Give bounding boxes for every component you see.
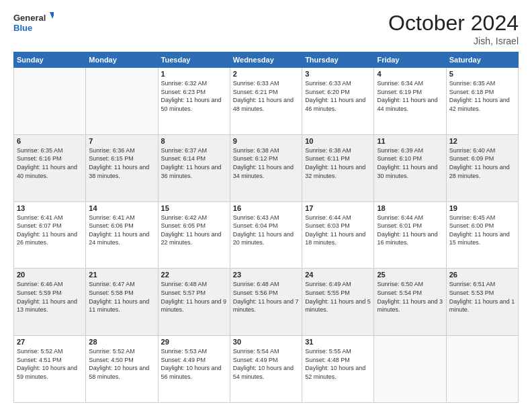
day-number: 12 [449, 137, 515, 145]
cell-1-7: 5 Sunrise: 6:35 AMSunset: 6:18 PMDayligh… [446, 68, 518, 135]
day-info: Sunrise: 6:38 AMSunset: 6:11 PMDaylight:… [305, 146, 371, 180]
day-number: 13 [17, 204, 83, 212]
cell-5-6 [374, 336, 446, 403]
day-info: Sunrise: 6:37 AMSunset: 6:14 PMDaylight:… [161, 146, 227, 180]
day-number: 15 [161, 204, 227, 212]
day-info: Sunrise: 6:51 AMSunset: 5:53 PMDaylight:… [449, 280, 515, 314]
cell-1-2 [86, 68, 158, 135]
cell-2-1: 6 Sunrise: 6:35 AMSunset: 6:16 PMDayligh… [14, 134, 86, 201]
day-number: 27 [17, 338, 83, 346]
day-number: 1 [161, 70, 227, 78]
day-info: Sunrise: 6:36 AMSunset: 6:15 PMDaylight:… [89, 146, 154, 180]
day-info: Sunrise: 6:40 AMSunset: 6:09 PMDaylight:… [449, 146, 515, 180]
day-info: Sunrise: 6:34 AMSunset: 6:19 PMDaylight:… [377, 79, 443, 113]
day-number: 30 [233, 338, 299, 346]
day-info: Sunrise: 6:33 AMSunset: 6:20 PMDaylight:… [305, 79, 371, 113]
cell-1-5: 3 Sunrise: 6:33 AMSunset: 6:20 PMDayligh… [302, 68, 374, 135]
day-info: Sunrise: 6:35 AMSunset: 6:16 PMDaylight:… [17, 146, 83, 180]
day-number: 10 [305, 137, 371, 145]
day-number: 2 [233, 70, 299, 78]
title-block: October 2024 Jish, Israel [388, 11, 519, 46]
day-info: Sunrise: 6:48 AMSunset: 5:56 PMDaylight:… [233, 280, 299, 314]
location: Jish, Israel [388, 36, 519, 46]
day-number: 24 [305, 271, 371, 279]
day-number: 14 [89, 204, 154, 212]
cell-3-5: 17 Sunrise: 6:44 AMSunset: 6:03 PMDaylig… [302, 201, 374, 269]
day-info: Sunrise: 6:39 AMSunset: 6:10 PMDaylight:… [377, 146, 443, 180]
day-number: 7 [89, 137, 154, 145]
day-info: Sunrise: 6:49 AMSunset: 5:55 PMDaylight:… [305, 280, 371, 314]
week-row-5: 27 Sunrise: 5:52 AMSunset: 4:51 PMDaylig… [14, 336, 519, 403]
day-info: Sunrise: 6:41 AMSunset: 6:07 PMDaylight:… [17, 214, 83, 247]
cell-2-7: 12 Sunrise: 6:40 AMSunset: 6:09 PMDaylig… [446, 134, 518, 201]
day-number: 31 [305, 338, 371, 346]
cell-3-3: 15 Sunrise: 6:42 AMSunset: 6:05 PMDaylig… [158, 201, 230, 269]
day-number: 28 [89, 338, 154, 346]
day-number: 20 [17, 271, 83, 279]
cell-1-4: 2 Sunrise: 6:33 AMSunset: 6:21 PMDayligh… [230, 68, 302, 135]
svg-marker-2 [50, 12, 54, 19]
cell-4-2: 21 Sunrise: 6:47 AMSunset: 5:58 PMDaylig… [86, 269, 158, 336]
cell-1-1 [14, 68, 86, 135]
day-number: 5 [449, 70, 515, 78]
day-info: Sunrise: 6:47 AMSunset: 5:58 PMDaylight:… [89, 280, 154, 314]
day-number: 19 [449, 204, 515, 212]
day-info: Sunrise: 6:50 AMSunset: 5:54 PMDaylight:… [377, 280, 443, 314]
cell-4-1: 20 Sunrise: 6:46 AMSunset: 5:59 PMDaylig… [14, 269, 86, 336]
cell-2-4: 9 Sunrise: 6:38 AMSunset: 6:12 PMDayligh… [230, 134, 302, 201]
cell-5-7 [446, 336, 518, 403]
day-info: Sunrise: 5:52 AMSunset: 4:50 PMDaylight:… [89, 347, 154, 381]
day-info: Sunrise: 5:54 AMSunset: 4:49 PMDaylight:… [233, 347, 299, 381]
day-info: Sunrise: 6:45 AMSunset: 6:00 PMDaylight:… [449, 214, 515, 247]
day-info: Sunrise: 6:38 AMSunset: 6:12 PMDaylight:… [233, 146, 299, 180]
cell-3-2: 14 Sunrise: 6:41 AMSunset: 6:06 PMDaylig… [86, 201, 158, 269]
week-row-1: 1 Sunrise: 6:32 AMSunset: 6:23 PMDayligh… [14, 68, 519, 135]
day-number: 29 [161, 338, 227, 346]
month-title: October 2024 [388, 11, 519, 36]
day-info: Sunrise: 6:35 AMSunset: 6:18 PMDaylight:… [449, 79, 515, 113]
day-info: Sunrise: 6:33 AMSunset: 6:21 PMDaylight:… [233, 79, 299, 113]
day-number: 6 [17, 137, 83, 145]
day-info: Sunrise: 6:44 AMSunset: 6:03 PMDaylight:… [305, 214, 371, 247]
cell-2-2: 7 Sunrise: 6:36 AMSunset: 6:15 PMDayligh… [86, 134, 158, 201]
day-number: 23 [233, 271, 299, 279]
day-number: 3 [305, 70, 371, 78]
header: General Blue October 2024 Jish, Israel [13, 11, 519, 46]
cell-5-2: 28 Sunrise: 5:52 AMSunset: 4:50 PMDaylig… [86, 336, 158, 403]
header-monday: Monday [86, 52, 158, 68]
week-row-3: 13 Sunrise: 6:41 AMSunset: 6:07 PMDaylig… [14, 201, 519, 269]
cell-4-6: 25 Sunrise: 6:50 AMSunset: 5:54 PMDaylig… [374, 269, 446, 336]
header-thursday: Thursday [302, 52, 374, 68]
week-row-4: 20 Sunrise: 6:46 AMSunset: 5:59 PMDaylig… [14, 269, 519, 336]
day-number: 4 [377, 70, 443, 78]
cell-4-3: 22 Sunrise: 6:48 AMSunset: 5:57 PMDaylig… [158, 269, 230, 336]
cell-4-4: 23 Sunrise: 6:48 AMSunset: 5:56 PMDaylig… [230, 269, 302, 336]
day-number: 16 [233, 204, 299, 212]
cell-5-1: 27 Sunrise: 5:52 AMSunset: 4:51 PMDaylig… [14, 336, 86, 403]
day-info: Sunrise: 6:42 AMSunset: 6:05 PMDaylight:… [161, 214, 227, 247]
logo: General Blue [13, 11, 54, 35]
header-sunday: Sunday [14, 52, 86, 68]
cell-1-3: 1 Sunrise: 6:32 AMSunset: 6:23 PMDayligh… [158, 68, 230, 135]
cell-5-4: 30 Sunrise: 5:54 AMSunset: 4:49 PMDaylig… [230, 336, 302, 403]
day-info: Sunrise: 5:55 AMSunset: 4:48 PMDaylight:… [305, 347, 371, 381]
cell-2-3: 8 Sunrise: 6:37 AMSunset: 6:14 PMDayligh… [158, 134, 230, 201]
cell-3-1: 13 Sunrise: 6:41 AMSunset: 6:07 PMDaylig… [14, 201, 86, 269]
day-number: 17 [305, 204, 371, 212]
logo-svg: General Blue [13, 11, 54, 35]
day-info: Sunrise: 6:43 AMSunset: 6:04 PMDaylight:… [233, 214, 299, 247]
calendar-header-row: SundayMondayTuesdayWednesdayThursdayFrid… [14, 52, 519, 68]
cell-5-5: 31 Sunrise: 5:55 AMSunset: 4:48 PMDaylig… [302, 336, 374, 403]
week-row-2: 6 Sunrise: 6:35 AMSunset: 6:16 PMDayligh… [14, 134, 519, 201]
svg-text:Blue: Blue [13, 23, 32, 33]
cell-2-5: 10 Sunrise: 6:38 AMSunset: 6:11 PMDaylig… [302, 134, 374, 201]
page: General Blue October 2024 Jish, Israel S… [0, 0, 532, 411]
day-number: 22 [161, 271, 227, 279]
cell-3-4: 16 Sunrise: 6:43 AMSunset: 6:04 PMDaylig… [230, 201, 302, 269]
day-number: 25 [377, 271, 443, 279]
cell-3-6: 18 Sunrise: 6:44 AMSunset: 6:01 PMDaylig… [374, 201, 446, 269]
day-number: 8 [161, 137, 227, 145]
day-number: 9 [233, 137, 299, 145]
day-number: 26 [449, 271, 515, 279]
day-number: 18 [377, 204, 443, 212]
